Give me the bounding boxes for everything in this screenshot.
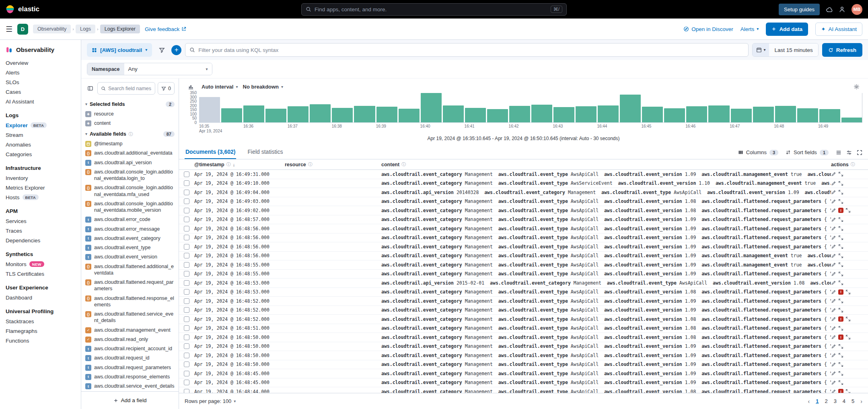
- row-checkbox[interactable]: [184, 298, 189, 304]
- row-checkbox[interactable]: [184, 253, 189, 258]
- field-item[interactable]: taws.cloudtrail.api_version: [85, 158, 175, 167]
- histogram-bar[interactable]: [354, 106, 375, 122]
- row-checkbox[interactable]: [184, 307, 189, 313]
- histogram-bar[interactable]: [775, 106, 796, 122]
- field-item[interactable]: taws.cloudtrail.request_id: [85, 353, 175, 363]
- edit-icon[interactable]: [831, 244, 836, 249]
- edit-icon[interactable]: [831, 199, 836, 204]
- edit-icon[interactable]: [831, 308, 836, 313]
- degraded-doc-icon[interactable]: !: [838, 208, 843, 213]
- expand-document-icon[interactable]: [838, 199, 843, 204]
- expand-document-icon[interactable]: [838, 308, 843, 313]
- row-checkbox[interactable]: [184, 316, 189, 322]
- user-icon[interactable]: [839, 6, 845, 13]
- column-header-timestamp[interactable]: @timestamp ⓘ ↓: [194, 161, 285, 167]
- row-checkbox[interactable]: [184, 217, 189, 222]
- edit-icon[interactable]: [831, 262, 836, 267]
- row-checkbox[interactable]: [184, 171, 189, 177]
- histogram-bar[interactable]: [310, 104, 331, 122]
- histogram-bar[interactable]: [421, 93, 442, 122]
- sidebar-item-explorer[interactable]: ExplorerBETA: [0, 120, 81, 130]
- menu-icon[interactable]: ☰: [6, 25, 12, 33]
- ai-assistant-button[interactable]: ✦ AI Assistant: [815, 23, 862, 36]
- expand-document-icon[interactable]: [838, 244, 843, 249]
- histogram-bar[interactable]: [841, 118, 862, 122]
- expand-document-icon[interactable]: [838, 380, 843, 385]
- histogram-bar[interactable]: [199, 97, 220, 122]
- give-feedback-link[interactable]: Give feedback: [145, 26, 186, 32]
- sidebar-item-services[interactable]: Services: [0, 216, 81, 226]
- add-filter-button[interactable]: +: [171, 45, 181, 55]
- histogram-bar[interactable]: [708, 105, 729, 122]
- edit-icon[interactable]: [831, 335, 836, 340]
- field-item[interactable]: {}aws.cloudtrail.console_login.additiona…: [85, 167, 175, 183]
- field-item[interactable]: taws.cloudtrail.event_version: [85, 252, 175, 262]
- edit-icon[interactable]: [831, 217, 836, 222]
- sidebar-item-dashboard[interactable]: Dashboard: [0, 293, 81, 302]
- sidebar-item-stream[interactable]: Stream: [0, 130, 81, 140]
- histogram-bar[interactable]: [332, 108, 353, 123]
- expand-document-icon[interactable]: [838, 271, 843, 277]
- sidebar-item-metrics-explorer[interactable]: Metrics Explorer: [0, 183, 81, 192]
- edit-icon[interactable]: [831, 190, 836, 195]
- collapse-panel-icon[interactable]: [85, 83, 95, 95]
- histogram-bar[interactable]: [753, 107, 774, 122]
- row-checkbox[interactable]: [184, 208, 189, 213]
- edit-icon[interactable]: [831, 280, 836, 285]
- sidebar-item-tls-certificates[interactable]: TLS Certificates: [0, 269, 81, 279]
- edit-icon[interactable]: [831, 362, 836, 367]
- sidebar-item-ai-assistant[interactable]: AI Assistant: [0, 97, 81, 106]
- expand-document-icon[interactable]: [838, 226, 843, 231]
- sidebar-item-hosts[interactable]: HostsBETA: [0, 192, 81, 202]
- row-checkbox[interactable]: [184, 335, 189, 340]
- sidebar-item-anomalies[interactable]: Anomalies: [0, 140, 81, 149]
- row-checkbox[interactable]: [184, 271, 189, 277]
- edit-icon[interactable]: [831, 289, 836, 295]
- expand-document-icon[interactable]: [838, 217, 843, 222]
- row-checkbox[interactable]: [184, 198, 189, 204]
- filter-icon[interactable]: [156, 44, 168, 56]
- sidebar-item-categories[interactable]: Categories: [0, 149, 81, 159]
- edit-icon[interactable]: [831, 171, 836, 177]
- chart-settings-icon[interactable]: [850, 81, 862, 93]
- rows-per-page-button[interactable]: Rows per page: 100 ▾: [185, 398, 236, 404]
- available-fields-header[interactable]: ▾ Available fields ⓘ 87: [85, 128, 175, 139]
- columns-button[interactable]: Columns 3: [738, 149, 778, 155]
- edit-icon[interactable]: [831, 389, 836, 393]
- breadcrumb-item[interactable]: Observability: [33, 25, 71, 33]
- alerts-dropdown[interactable]: Alerts ▾: [740, 26, 759, 32]
- row-checkbox[interactable]: [184, 325, 189, 331]
- histogram-bar[interactable]: [797, 108, 818, 122]
- sidebar-item-cases[interactable]: Cases: [0, 87, 81, 97]
- breadcrumb-item[interactable]: Logs Explorer: [100, 25, 140, 33]
- edit-icon[interactable]: [831, 271, 836, 277]
- expand-document-icon[interactable]: [845, 208, 851, 213]
- edit-icon[interactable]: [831, 380, 836, 385]
- degraded-doc-icon[interactable]: !: [838, 316, 843, 322]
- row-checkbox[interactable]: [184, 190, 189, 195]
- histogram-bar[interactable]: [598, 105, 619, 122]
- expand-document-icon[interactable]: [845, 335, 851, 340]
- edit-icon[interactable]: [831, 226, 836, 231]
- density-icon[interactable]: [836, 150, 841, 155]
- expand-document-icon[interactable]: [838, 235, 843, 240]
- row-checkbox[interactable]: [184, 180, 189, 186]
- global-search[interactable]: ⌘/: [301, 3, 567, 16]
- sidebar-item-monitors[interactable]: MonitorsNEW: [0, 259, 81, 269]
- sort-desc-icon[interactable]: ↓: [233, 162, 235, 167]
- histogram-bar[interactable]: [376, 107, 397, 122]
- sidebar-item-alerts[interactable]: Alerts: [0, 68, 81, 77]
- edit-icon[interactable]: [831, 235, 836, 240]
- row-checkbox[interactable]: [184, 380, 189, 385]
- field-item[interactable]: ✓aws.cloudtrail.management_event: [85, 325, 175, 335]
- column-header-content[interactable]: content ⓘ: [381, 161, 831, 167]
- histogram-bar[interactable]: [399, 109, 420, 122]
- avatar[interactable]: MB: [852, 4, 862, 15]
- edit-icon[interactable]: [831, 316, 836, 322]
- kql-search-bar[interactable]: [185, 43, 749, 57]
- expand-document-icon[interactable]: [845, 316, 851, 322]
- field-item[interactable]: {}aws.cloudtrail.flattened.request_param…: [85, 278, 175, 294]
- expand-document-icon[interactable]: [838, 353, 843, 358]
- tab-field-statistics[interactable]: Field statistics: [247, 145, 284, 159]
- field-item[interactable]: {}aws.cloudtrail.additional_eventdata: [85, 149, 175, 158]
